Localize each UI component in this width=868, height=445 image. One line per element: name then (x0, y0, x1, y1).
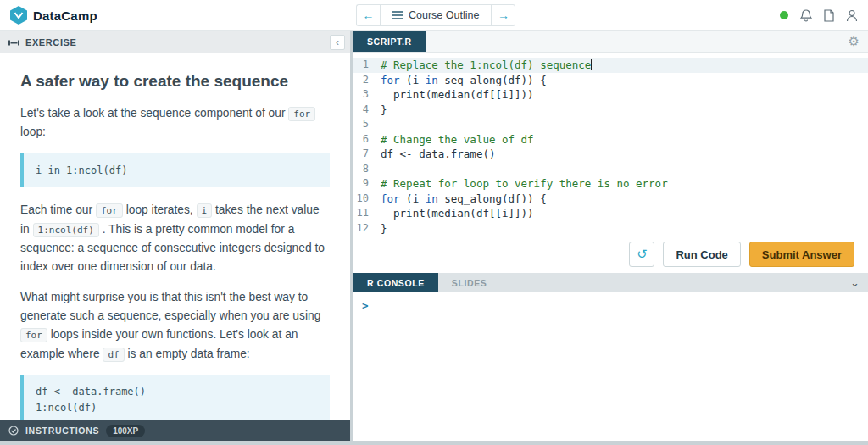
line-number: 2 (353, 73, 381, 88)
example-code-block-2: df <- data.frame() 1:ncol(df) (20, 375, 330, 420)
editor-settings-gear-icon[interactable]: ⚙ (849, 31, 860, 52)
inline-code: for (96, 203, 123, 218)
text-segment: Each time our (20, 203, 96, 216)
line-number: 11 (353, 206, 381, 221)
exercise-paragraph-1: Let's take a look at the sequence compon… (20, 104, 330, 142)
dumbbell-icon (8, 39, 19, 47)
editor-line[interactable]: 5 (353, 117, 868, 132)
tab-slides[interactable]: SLIDES (438, 273, 501, 292)
line-number: 3 (353, 87, 381, 103)
code-text: for (i in seq_along(df)) { (381, 73, 547, 88)
list-icon (392, 11, 403, 19)
instructions-check-icon (8, 426, 19, 436)
text-segment: loop iterates, (123, 203, 197, 216)
text-segment: What might surprise you is that this isn… (20, 291, 320, 322)
code-text: # Replace the 1:ncol(df) sequence (381, 58, 592, 73)
next-exercise-button[interactable]: → (492, 4, 515, 26)
editor-line[interactable]: 6# Change the value of df (353, 132, 868, 147)
xp-badge: 100XP (106, 425, 145, 437)
editor-line[interactable]: 2for (i in seq_along(df)) { (353, 73, 868, 88)
code-line: 1:ncol(df) (36, 402, 97, 414)
editor-line[interactable]: 11 print(median(df[[i]])) (353, 206, 868, 221)
code-line: df <- data.frame() (36, 386, 146, 398)
code-text: print(median(df[[i]])) (381, 206, 534, 221)
code-text: df <- data.frame() (381, 147, 495, 162)
line-number: 7 (353, 147, 381, 162)
inline-code: 1:ncol(df) (33, 223, 99, 237)
line-number: 9 (353, 176, 381, 192)
text-segment: is an empty data frame: (125, 348, 250, 360)
datacamp-home-link[interactable]: DataCamp (10, 6, 97, 25)
editor-line[interactable]: 1# Replace the 1:ncol(df) sequence (353, 58, 868, 73)
editor-line[interactable]: 4} (353, 103, 868, 118)
editor-line[interactable]: 3 print(median(df[[i]])) (353, 87, 868, 103)
profile-icon[interactable] (846, 9, 858, 22)
inline-code: df (103, 348, 124, 362)
code-text: for (i in seq_along(df)) { (381, 192, 547, 207)
editor-actions: ↺ Run Code Submit Answer (353, 236, 868, 273)
code-text: } (381, 221, 387, 236)
inline-code: for (288, 107, 315, 121)
code-panel: SCRIPT.R ⚙ 1# Replace the 1:ncol(df) seq… (353, 31, 868, 441)
text-segment: loop: (20, 125, 46, 138)
line-number: 5 (353, 117, 381, 132)
submit-answer-button[interactable]: Submit Answer (749, 242, 854, 267)
line-number: 1 (353, 58, 381, 73)
course-outline-label: Course Outline (409, 9, 479, 21)
exercise-content: A safer way to create the sequence Let's… (0, 53, 350, 420)
run-code-button[interactable]: Run Code (663, 242, 740, 267)
instructions-bar[interactable]: INSTRUCTIONS 100XP (0, 420, 350, 441)
tab-r-console[interactable]: R CONSOLE (353, 273, 438, 292)
editor-line[interactable]: 12} (353, 221, 868, 236)
brand-name: DataCamp (33, 8, 97, 23)
instructions-label: INSTRUCTIONS (25, 426, 99, 436)
line-number: 10 (353, 192, 381, 207)
editor-line[interactable]: 7df <- data.frame() (353, 147, 868, 162)
previous-exercise-button[interactable]: ← (356, 4, 380, 26)
status-indicator-icon[interactable] (780, 11, 788, 19)
example-code-block-1: i in 1:ncol(df) (20, 153, 330, 188)
exercise-title: A safer way to create the sequence (20, 72, 330, 91)
collapse-panel-button[interactable]: ‹ (330, 35, 345, 50)
r-console-output[interactable]: > (353, 292, 868, 441)
topbar: DataCamp ← Course Outline → (0, 0, 868, 31)
inline-code: for (20, 328, 47, 342)
code-editor[interactable]: 1# Replace the 1:ncol(df) sequence2for (… (353, 53, 868, 236)
line-number: 12 (353, 221, 381, 236)
text-cursor (591, 59, 592, 70)
exercise-panel-header: EXERCISE ‹ (0, 31, 350, 53)
exercise-panel: EXERCISE ‹ A safer way to create the seq… (0, 31, 350, 441)
line-number: 8 (353, 162, 381, 177)
editor-line[interactable]: 8 (353, 162, 868, 177)
exercise-paragraph-2: Each time our for loop iterates, i takes… (20, 201, 330, 276)
editor-line[interactable]: 10for (i in seq_along(df)) { (353, 192, 868, 207)
code-text: # Change the value of df (381, 132, 534, 147)
document-icon[interactable] (824, 9, 834, 22)
datacamp-logo-icon (10, 6, 27, 25)
lesson-navigation: ← Course Outline → (356, 4, 515, 26)
script-tabbar: SCRIPT.R ⚙ (353, 31, 868, 53)
exercise-paragraph-3: What might surprise you is that this isn… (20, 288, 330, 364)
console-tabbar: R CONSOLE SLIDES ⌄ (353, 273, 868, 292)
console-prompt: > (362, 299, 369, 312)
exercise-header-label: EXERCISE (25, 37, 76, 47)
inline-code: i (197, 203, 213, 218)
code-text: } (381, 103, 387, 118)
notifications-bell-icon[interactable] (800, 9, 812, 22)
tab-script-r[interactable]: SCRIPT.R (353, 31, 426, 52)
line-number: 4 (353, 103, 381, 118)
line-number: 6 (353, 132, 381, 147)
code-text: # Repeat for loop to verify there is no … (381, 176, 668, 192)
course-outline-button[interactable]: Course Outline (380, 4, 492, 26)
code-text: print(median(df[[i]])) (381, 87, 534, 103)
text-segment: Let's take a look at the sequence compon… (20, 107, 288, 120)
topbar-actions (780, 0, 858, 31)
editor-line[interactable]: 9# Repeat for loop to verify there is no… (353, 176, 868, 192)
collapse-console-chevron-icon[interactable]: ⌄ (850, 273, 860, 292)
reset-code-button[interactable]: ↺ (629, 242, 654, 267)
